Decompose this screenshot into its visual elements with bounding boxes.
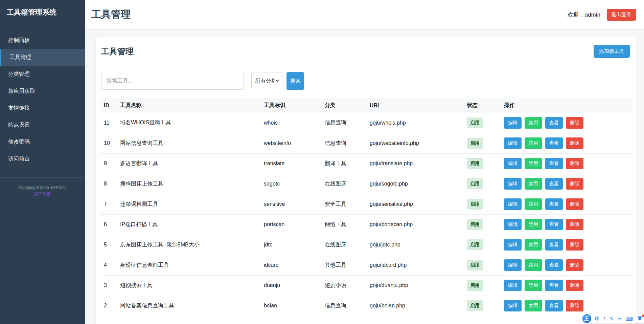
- sidebar-item-change-password[interactable]: 修改密码: [0, 133, 85, 150]
- cell-status: 启用: [463, 194, 500, 214]
- sidebar-item-site-settings[interactable]: 站点设置: [0, 116, 85, 133]
- cell-name: 多语言翻译工具: [116, 153, 260, 174]
- ime-language-mode-icon[interactable]: 中: [595, 316, 600, 321]
- ime-logo-icon[interactable]: 王: [582, 314, 591, 323]
- edit-button[interactable]: 编辑: [504, 178, 522, 190]
- sidebar-item-dashboard[interactable]: 控制面板: [0, 32, 85, 49]
- view-button[interactable]: 查看: [545, 178, 563, 190]
- cell-url: goju/idcard.php: [366, 255, 463, 275]
- cell-slug: idcard: [260, 255, 321, 275]
- view-button[interactable]: 查看: [545, 158, 563, 169]
- edit-button[interactable]: 编辑: [504, 280, 522, 291]
- table-row: 6IP端口扫描工具portscan网络工具goju/portscan.php启用…: [100, 214, 632, 235]
- sidebar: 工具箱管理系统 控制面板工具管理分类管理新应用获取友情链接站点设置修改密码访问前…: [0, 0, 85, 324]
- cell-url: goju/translate.php: [366, 153, 463, 174]
- edit-button[interactable]: 编辑: [504, 137, 522, 149]
- view-button[interactable]: 查看: [545, 198, 563, 210]
- topbar-right: 欢迎，admin 退出登录: [568, 9, 636, 21]
- app-title: 工具箱管理系统: [0, 0, 85, 24]
- content: 工具管理 添加新工具 所有分类 搜索 ID工具: [85, 29, 644, 324]
- view-button[interactable]: 查看: [545, 280, 563, 291]
- cell-actions: 编辑禁用查看删除: [500, 235, 632, 255]
- status-badge: 启用: [467, 280, 483, 291]
- delete-button[interactable]: 删除: [566, 178, 583, 190]
- edit-button[interactable]: 编辑: [504, 239, 522, 251]
- cell-slug: websiteinfo: [260, 133, 321, 153]
- edit-button[interactable]: 编辑: [504, 219, 522, 230]
- cell-actions: 编辑禁用查看删除: [500, 296, 632, 316]
- cell-category: 网络工具: [321, 214, 366, 235]
- handwriting-icon[interactable]: ✎: [610, 316, 614, 321]
- delete-button[interactable]: 删除: [566, 239, 583, 251]
- category-select[interactable]: 所有分类: [251, 72, 282, 89]
- cell-id: 8: [100, 174, 116, 194]
- view-button[interactable]: 查看: [545, 137, 563, 149]
- cell-id: 7: [100, 194, 116, 214]
- view-button[interactable]: 查看: [545, 239, 563, 251]
- cell-slug: whois: [260, 113, 321, 133]
- disable-button[interactable]: 禁用: [525, 178, 542, 190]
- disable-button[interactable]: 禁用: [525, 198, 542, 210]
- delete-button[interactable]: 删除: [566, 158, 583, 169]
- search-input[interactable]: [101, 72, 244, 90]
- copyright-link[interactable]: 菜鸟乐园: [34, 192, 51, 196]
- cell-status: 启用: [463, 296, 500, 316]
- add-tool-button[interactable]: 添加新工具: [594, 45, 630, 58]
- disable-button[interactable]: 禁用: [525, 117, 542, 129]
- disable-button[interactable]: 禁用: [525, 158, 542, 169]
- delete-button[interactable]: 删除: [566, 198, 583, 210]
- disable-button[interactable]: 禁用: [525, 300, 542, 311]
- view-button[interactable]: 查看: [545, 219, 563, 230]
- tools-table-body: 11域名WHOIS查询工具whois信息查询goju/whois.php启用编辑…: [100, 113, 632, 316]
- cell-url: goju/websiteinfo.php: [366, 133, 463, 153]
- cell-slug: duanju: [260, 275, 321, 296]
- delete-button[interactable]: 删除: [566, 259, 583, 271]
- cell-actions: 编辑禁用查看删除: [500, 275, 632, 296]
- cell-name: 身份证信息查询工具: [116, 255, 260, 275]
- status-badge: 启用: [467, 138, 483, 149]
- cell-url: goju/beian.php: [366, 296, 463, 316]
- sidebar-item-friend-links[interactable]: 友情链接: [0, 100, 85, 116]
- sidebar-item-category-management[interactable]: 分类管理: [0, 66, 85, 83]
- cell-slug: sensitive: [260, 194, 321, 214]
- delete-button[interactable]: 删除: [566, 219, 583, 230]
- logout-button[interactable]: 退出登录: [607, 9, 636, 21]
- delete-button[interactable]: 删除: [566, 280, 583, 291]
- edit-button[interactable]: 编辑: [504, 259, 522, 271]
- sidebar-item-tool-management[interactable]: 工具管理: [0, 49, 85, 66]
- sidebar-item-visit-frontend[interactable]: 访问前台: [0, 150, 85, 167]
- table-header-row: ID工具名称工具标识分类URL状态操作: [100, 98, 632, 113]
- table-row: 5京东图床上传工具 -限制5MB大小jdtc在线图床goju/jdtc.php启…: [100, 235, 632, 255]
- sidebar-item-new-app-fetch[interactable]: 新应用获取: [0, 83, 85, 100]
- disable-button[interactable]: 禁用: [525, 137, 542, 149]
- delete-button[interactable]: 删除: [566, 300, 583, 311]
- delete-button[interactable]: 删除: [566, 117, 583, 129]
- scissors-icon[interactable]: ✂: [618, 316, 622, 321]
- edit-button[interactable]: 编辑: [504, 198, 522, 210]
- column-header-name: 工具名称: [116, 98, 260, 113]
- edit-button[interactable]: 编辑: [504, 300, 522, 311]
- cell-url: goju/whois.php: [366, 113, 463, 133]
- view-button[interactable]: 查看: [545, 300, 563, 311]
- disable-button[interactable]: 禁用: [525, 259, 542, 271]
- disable-button[interactable]: 禁用: [525, 239, 542, 251]
- view-button[interactable]: 查看: [545, 259, 563, 271]
- disable-button[interactable]: 禁用: [525, 219, 542, 230]
- punctuation-icon[interactable]: °,: [604, 317, 606, 321]
- cell-id: 6: [100, 214, 116, 235]
- disable-button[interactable]: 禁用: [525, 280, 542, 291]
- skin-icon[interactable]: [637, 316, 642, 322]
- delete-button[interactable]: 删除: [566, 137, 583, 149]
- cell-status: 启用: [463, 153, 500, 174]
- edit-button[interactable]: 编辑: [504, 158, 522, 169]
- table-row: 3短剧搜索工具duanju短剧小说goju/duanju.php启用编辑禁用查看…: [100, 275, 632, 296]
- cell-status: 启用: [463, 235, 500, 255]
- cell-category: 翻译工具: [321, 153, 366, 174]
- column-header-actions: 操作: [500, 98, 632, 113]
- search-button[interactable]: 搜索: [286, 72, 304, 90]
- keyboard-icon[interactable]: ⌨: [626, 316, 633, 321]
- edit-button[interactable]: 编辑: [504, 117, 522, 129]
- cell-actions: 编辑禁用查看删除: [500, 214, 632, 235]
- cell-url: goju/duanju.php: [366, 275, 463, 296]
- view-button[interactable]: 查看: [545, 117, 563, 129]
